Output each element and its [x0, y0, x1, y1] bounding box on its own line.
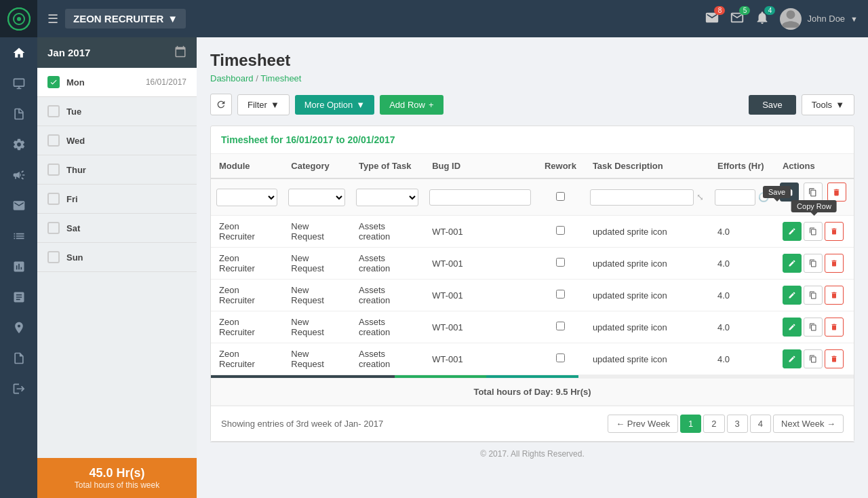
row5-task-type: Assets creation: [351, 343, 424, 375]
row5-edit-button[interactable]: [783, 349, 802, 368]
hamburger-icon[interactable]: ☰: [47, 12, 58, 26]
page-2-button[interactable]: 2: [703, 415, 724, 433]
table-row: Zeon Recruiter New Request Assets creati…: [211, 343, 854, 375]
row3-task-type: Assets creation: [351, 280, 424, 311]
page-1-button[interactable]: 1: [680, 415, 701, 433]
day-item-mon[interactable]: Mon 16/01/2017: [37, 68, 197, 97]
sidebar-item-notes[interactable]: [0, 282, 37, 312]
progress-bar-row: [211, 375, 854, 379]
filter-delete-button[interactable]: [827, 183, 846, 202]
sidebar-item-logout[interactable]: [0, 373, 37, 404]
calendar-icon[interactable]: [174, 45, 186, 60]
row4-rework-checkbox[interactable]: [556, 322, 565, 330]
day-item-thur[interactable]: Thur: [37, 155, 197, 185]
page-3-button[interactable]: 3: [727, 415, 748, 433]
day-checkbox-fri[interactable]: [47, 193, 60, 205]
day-item-fri[interactable]: Fri: [37, 185, 197, 214]
breadcrumb-home[interactable]: Dashboard: [210, 73, 254, 83]
row3-rework-checkbox[interactable]: [556, 290, 565, 299]
row3-copy-button[interactable]: [804, 286, 823, 305]
total-hours-panel: 45.0 Hr(s) Total hours of this week: [37, 458, 197, 498]
row2-delete-button[interactable]: [825, 254, 844, 273]
sidebar-item-megaphone[interactable]: [0, 159, 37, 190]
day-item-sat[interactable]: Sat: [37, 214, 197, 243]
row5-bug-id: WT-001: [424, 343, 536, 375]
filter-efforts-input[interactable]: [715, 189, 755, 206]
sidebar-item-location[interactable]: [0, 312, 37, 343]
filter-rework-checkbox[interactable]: [556, 192, 565, 201]
save-button[interactable]: Save: [749, 95, 796, 115]
notifications-badge: 8: [714, 6, 725, 15]
row5-rework-checkbox[interactable]: [556, 353, 565, 362]
filter-category-select[interactable]: [288, 189, 345, 206]
day-date-mon: 16/01/2017: [146, 77, 186, 87]
row4-copy-button[interactable]: [804, 318, 823, 337]
day-checkbox-mon[interactable]: [47, 76, 60, 88]
filter-bug-id-input[interactable]: [429, 189, 531, 206]
refresh-button[interactable]: [210, 94, 232, 115]
next-week-button[interactable]: Next Week →: [773, 415, 844, 433]
row2-copy-button[interactable]: [804, 254, 823, 273]
user-menu[interactable]: John Doe ▼: [780, 8, 858, 30]
tools-button[interactable]: Tools ▼: [802, 94, 854, 115]
row5-copy-button[interactable]: [804, 349, 823, 368]
row3-category: New Request: [283, 280, 351, 311]
sidebar-item-files[interactable]: [0, 98, 37, 129]
filter-module-cell: [211, 178, 283, 216]
row1-rework-checkbox[interactable]: [556, 226, 565, 235]
day-checkbox-tue[interactable]: [47, 105, 60, 117]
sidebar-item-document[interactable]: [0, 343, 37, 373]
more-option-button[interactable]: More Option ▼: [295, 95, 374, 115]
row1-copy-button[interactable]: [804, 222, 823, 241]
row2-edit-button[interactable]: [783, 254, 802, 273]
row4-description: updated sprite icon: [585, 311, 709, 343]
row1-module: Zeon Recruiter: [211, 216, 283, 248]
add-row-button[interactable]: Add Row +: [380, 95, 443, 115]
row2-actions: [774, 248, 854, 280]
tools-label: Tools: [812, 100, 832, 110]
row2-rework-checkbox[interactable]: [556, 258, 565, 267]
navbar: ☰ ZEON RECRUITER ▼ 8 5 4 John D: [37, 0, 868, 37]
bell-button[interactable]: 4: [755, 10, 770, 27]
row1-delete-button[interactable]: [825, 222, 844, 241]
filter-category-cell: [283, 178, 351, 216]
sidebar-item-desktop[interactable]: [0, 68, 37, 98]
email-button[interactable]: 5: [730, 10, 745, 27]
expand-icon[interactable]: ⤡: [696, 192, 704, 202]
row5-delete-button[interactable]: [825, 349, 844, 368]
col-category: Category: [283, 154, 351, 178]
prev-week-button[interactable]: ← Prev Week: [608, 415, 678, 433]
brand-dropdown[interactable]: ZEON RECRUITER ▼: [65, 9, 186, 28]
sidebar-item-list[interactable]: [0, 221, 37, 251]
row3-delete-button[interactable]: [825, 286, 844, 305]
filter-description-input[interactable]: [590, 189, 694, 206]
filter-copy-button[interactable]: [804, 183, 823, 202]
col-task-type: Type of Task: [351, 154, 424, 178]
filter-module-select[interactable]: [216, 189, 277, 206]
notifications-button[interactable]: 8: [705, 10, 719, 27]
sidebar-item-mail[interactable]: [0, 190, 37, 221]
day-checkbox-sat[interactable]: [47, 222, 60, 234]
day-item-sun[interactable]: Sun: [37, 243, 197, 272]
add-row-label: Add Row: [389, 100, 425, 110]
day-item-tue[interactable]: Tue: [37, 97, 197, 126]
filter-rework-cell: [536, 178, 585, 216]
sidebar-item-settings[interactable]: [0, 129, 37, 159]
page-4-button[interactable]: 4: [750, 415, 771, 433]
row4-edit-button[interactable]: [783, 318, 802, 337]
row5-description: updated sprite icon: [585, 343, 709, 375]
day-checkbox-sun[interactable]: [47, 251, 60, 263]
filter-button[interactable]: Filter ▼: [237, 94, 290, 115]
row4-actions: [774, 311, 854, 343]
row4-efforts: 4.0: [709, 311, 774, 343]
row1-edit-button[interactable]: [783, 222, 802, 241]
filter-task-type-select[interactable]: [356, 189, 418, 206]
row3-bug-id: WT-001: [424, 280, 536, 311]
row4-delete-button[interactable]: [825, 318, 844, 337]
sidebar-item-chart[interactable]: [0, 251, 37, 282]
day-checkbox-thur[interactable]: [47, 164, 60, 176]
row3-edit-button[interactable]: [783, 286, 802, 305]
day-checkbox-wed[interactable]: [47, 134, 60, 147]
sidebar-item-home[interactable]: [0, 37, 37, 68]
day-item-wed[interactable]: Wed: [37, 126, 197, 155]
